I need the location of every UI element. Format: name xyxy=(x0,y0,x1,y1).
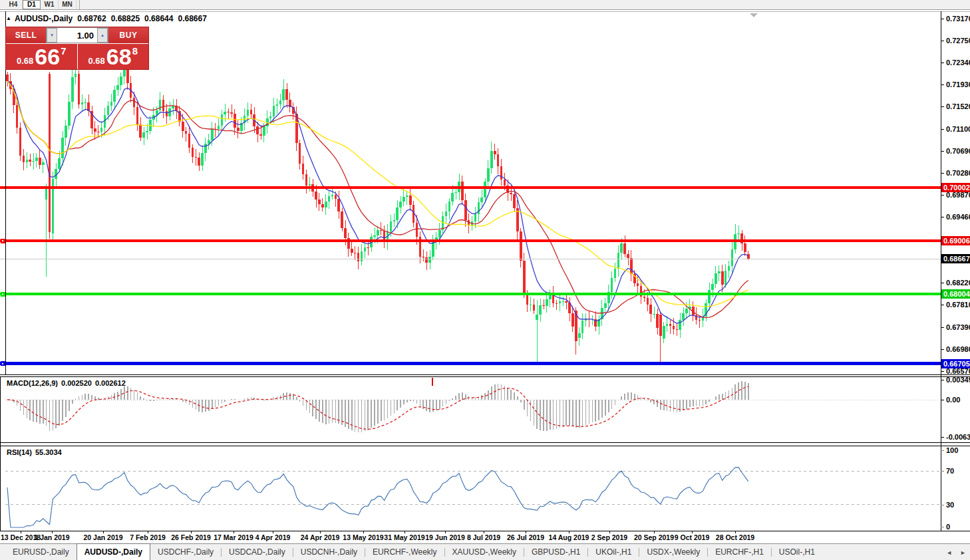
candle-body xyxy=(708,290,711,303)
candle-body xyxy=(377,230,379,235)
candle-body xyxy=(341,211,343,228)
horizontal-line-0.66705[interactable] xyxy=(0,362,941,365)
horizontal-line-0.68667[interactable] xyxy=(0,259,941,259)
candle-body xyxy=(351,249,353,252)
candle-body xyxy=(302,164,305,174)
chart-tab-eurchf-h1[interactable]: EURCHF-,H1 xyxy=(708,544,771,560)
candle-body xyxy=(565,301,567,303)
price-tick-label: 0.67390 xyxy=(946,323,970,331)
chart-tab-eurusd-daily[interactable]: EURUSD-,Daily xyxy=(5,544,77,560)
candle-body xyxy=(451,193,454,202)
candle-body xyxy=(494,151,496,154)
candle-body xyxy=(454,192,457,193)
sell-price-big: 66 xyxy=(35,45,60,68)
candle-body xyxy=(45,188,48,200)
volume-value[interactable]: 1.00 xyxy=(57,28,97,43)
rsi-indicator-label: RSI(14)55.3034 xyxy=(7,448,65,456)
candle-body xyxy=(653,314,655,315)
candle-body xyxy=(666,324,669,326)
volume-stepper: ▼ 1.00 ▲ xyxy=(46,27,108,43)
price-tick-label: 0.71930 xyxy=(946,80,970,88)
sell-price[interactable]: 0.68 66 7 xyxy=(6,44,78,69)
trade-price-row: 0.68 66 7 0.68 68 8 xyxy=(6,44,148,69)
tab-nav: ◄ ► xyxy=(946,544,966,560)
candle-body xyxy=(578,333,581,338)
candle-body xyxy=(546,299,548,305)
candle-body xyxy=(438,230,441,237)
candle-body xyxy=(406,196,408,197)
candle-body xyxy=(162,100,165,111)
symbol-triangle-icon: ▲ xyxy=(6,15,11,21)
candle-body xyxy=(68,102,71,126)
candle-body xyxy=(94,128,96,132)
candle-body xyxy=(305,174,308,186)
chart-tab-usoil-h1[interactable]: USOil-,H1 xyxy=(772,544,822,560)
chart-tab-audusd-daily[interactable]: AUDUSD-,Daily xyxy=(77,543,150,560)
tab-prev-icon[interactable]: ◄ xyxy=(946,549,952,556)
candle-body xyxy=(107,106,110,114)
ohlc-high: 0.68825 xyxy=(111,14,140,23)
chart-tab-usdchf-daily[interactable]: USDCHF-,Daily xyxy=(150,544,221,560)
buy-price-prefix: 0.68 xyxy=(88,56,105,66)
candle-body xyxy=(211,129,214,141)
candle-body xyxy=(227,112,230,112)
price-badge-label: 0.68667 xyxy=(943,255,970,263)
horizontal-line-0.69006[interactable] xyxy=(0,239,941,242)
candle-body xyxy=(409,196,412,205)
candle-body xyxy=(533,305,536,311)
candle-body xyxy=(259,134,262,135)
candle-body xyxy=(556,303,558,304)
chart-tab-xauusd-weekly[interactable]: XAUUSD-,Weekly xyxy=(445,544,524,560)
date-label: 13 May 2019 xyxy=(343,533,383,541)
timeframe-button-w1[interactable]: W1 xyxy=(41,0,59,9)
candle-body xyxy=(403,197,405,202)
candle-body xyxy=(464,200,467,220)
candle-body xyxy=(16,105,19,128)
candle-body xyxy=(6,74,9,81)
chart-tab-usdcnh-daily[interactable]: USDCNH-,Daily xyxy=(293,544,365,560)
candle-body xyxy=(530,305,532,305)
candle-body xyxy=(396,208,399,220)
candle-body xyxy=(35,158,38,161)
horizontal-line-0.68004[interactable] xyxy=(0,293,941,295)
chart-tab-usdcad-daily[interactable]: USDCAD-,Daily xyxy=(222,544,293,560)
timeframe-button-d1[interactable]: D1 xyxy=(23,0,41,9)
timeframe-button-h4[interactable]: H4 xyxy=(5,0,23,9)
volume-decrease-button[interactable]: ▼ xyxy=(47,28,57,43)
candle-body xyxy=(669,324,672,326)
buy-price[interactable]: 0.68 68 8 xyxy=(78,44,149,69)
horizontal-line-0.70002[interactable] xyxy=(0,186,941,189)
timeframe-button-mn[interactable]: MN xyxy=(59,0,77,9)
ohlc-open: 0.68762 xyxy=(77,14,106,23)
tab-next-icon[interactable]: ► xyxy=(960,549,966,556)
chart-tab-usdx-weekly[interactable]: USDX-,Weekly xyxy=(639,544,707,560)
candle-body xyxy=(364,247,367,251)
candle-body xyxy=(711,284,714,291)
buy-button[interactable]: BUY xyxy=(108,27,148,43)
candle-body xyxy=(75,74,77,77)
candle-body xyxy=(159,100,162,110)
candle-body xyxy=(113,90,116,102)
candle-body xyxy=(367,247,369,248)
date-label: 20 Sep 2019 xyxy=(634,533,674,541)
price-tick-label: 0.69460 xyxy=(946,213,970,221)
candle-body xyxy=(571,313,574,327)
date-label: 31 May 2019 xyxy=(384,533,424,541)
sell-button[interactable]: SELL xyxy=(6,27,46,43)
chart-tab-gbpusd-h1[interactable]: GBPUSD-,H1 xyxy=(524,544,587,560)
candle-body xyxy=(474,214,477,221)
candle-body xyxy=(611,278,613,292)
chart-tab-ukoil-h1[interactable]: UKOil-,H1 xyxy=(588,544,639,560)
chart-tab-eurchf-weekly[interactable]: EURCHF-,Weekly xyxy=(365,544,444,560)
candle-body xyxy=(58,158,61,169)
candle-body xyxy=(490,151,493,168)
candle-body xyxy=(487,168,490,182)
date-label: 24 Apr 2019 xyxy=(301,533,340,541)
candle-body xyxy=(373,235,376,237)
sell-price-prefix: 0.68 xyxy=(17,56,33,66)
candle-body xyxy=(715,273,717,284)
candle-body xyxy=(23,156,25,162)
volume-increase-button[interactable]: ▲ xyxy=(97,28,108,43)
candle-body xyxy=(237,128,240,131)
candle-body xyxy=(269,116,272,118)
